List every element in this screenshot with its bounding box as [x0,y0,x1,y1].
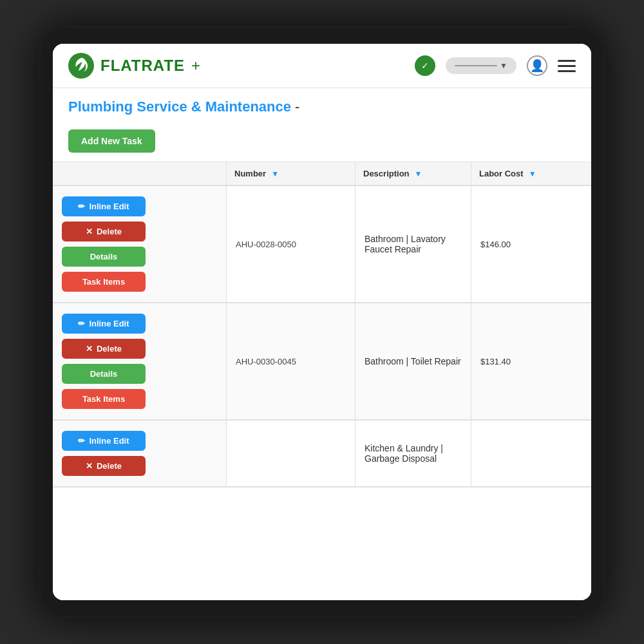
row-2-number: AHU-0030-0045 [227,303,355,419]
table-body: ✏ Inline Edit ✕ Delete Details Task Item… [53,186,591,597]
tablet-frame: FLATRATE + ✓ ▼ 👤 [39,26,605,618]
header-right: ✓ ▼ 👤 [415,55,576,76]
pencil-icon: ✏ [78,202,85,211]
app-plus: + [191,57,200,75]
table-row: ✏ Inline Edit ✕ Delete Details Task Item… [53,186,591,303]
page-title-area: Plumbing Service & Maintenance - [53,88,591,123]
user-avatar-icon[interactable]: 👤 [527,55,547,76]
row-2-labor-cost: $131.40 [471,303,591,419]
delete-button-3[interactable]: ✕ Delete [62,456,146,476]
table-container: Number ▼ Description ▼ Labor Cost ▼ Inve… [53,162,591,600]
details-button-1[interactable]: Details [62,247,146,267]
inline-edit-button-3[interactable]: ✏ Inline Edit [62,431,146,451]
col-header-labor-cost: Labor Cost ▼ [471,162,591,185]
status-badge: ✓ [415,55,435,76]
add-task-button[interactable]: Add New Task [68,129,155,153]
labor-cost-filter-icon[interactable]: ▼ [529,169,536,178]
app-name: FLATRATE [100,57,185,75]
row-3-actions: ✏ Inline Edit ✕ Delete [53,421,227,486]
logo-area: FLATRATE + [68,53,200,79]
page-title: Plumbing Service & Maintenance - [68,99,576,115]
pencil-icon: ✏ [78,436,85,446]
row-2-actions: ✏ Inline Edit ✕ Delete Details Task Item… [53,303,227,419]
table-row: ✏ Inline Edit ✕ Delete Details Task Item… [53,303,591,421]
col-header-description: Description ▼ [355,162,471,185]
x-icon: ✕ [86,461,93,471]
delete-button-1[interactable]: ✕ Delete [62,222,146,242]
col-header-number: Number ▼ [227,162,355,185]
pencil-icon: ✏ [78,319,85,328]
toolbar-area: Add New Task [53,123,591,162]
logo-icon [68,53,94,79]
delete-button-2[interactable]: ✕ Delete [62,339,146,359]
row-1-description: Bathroom | Lavatory Faucet Repair [355,186,471,302]
row-1-labor-cost: $146.00 [471,186,591,302]
user-dropdown[interactable]: ▼ [446,57,516,74]
table-row: ✏ Inline Edit ✕ Delete Kitchen & Laundry… [53,421,591,488]
row-3-labor-cost [471,421,591,486]
number-filter-icon[interactable]: ▼ [271,169,279,178]
description-filter-icon[interactable]: ▼ [415,169,422,178]
task-items-button-1[interactable]: Task Items [62,272,146,292]
row-3-description: Kitchen & Laundry | Garbage Disposal [355,421,471,486]
chevron-down-icon: ▼ [500,61,507,70]
dropdown-line [455,65,497,66]
row-2-description: Bathroom | Toilet Repair [355,303,471,419]
page-title-sep: - [291,99,299,115]
table-header: Number ▼ Description ▼ Labor Cost ▼ Inve… [53,162,591,186]
tablet-screen: FLATRATE + ✓ ▼ 👤 [53,44,591,600]
hamburger-menu-icon[interactable] [558,60,576,72]
x-icon: ✕ [86,344,93,354]
col-header-actions [53,162,227,185]
row-1-number: AHU-0028-0050 [227,186,355,302]
details-button-2[interactable]: Details [62,364,146,384]
page-title-link[interactable]: Plumbing Service & Maintenance [68,99,291,115]
app-header: FLATRATE + ✓ ▼ 👤 [53,44,591,88]
x-icon: ✕ [86,227,93,236]
row-3-number [227,421,355,486]
inline-edit-button-2[interactable]: ✏ Inline Edit [62,314,146,334]
task-items-button-2[interactable]: Task Items [62,389,146,409]
row-1-actions: ✏ Inline Edit ✕ Delete Details Task Item… [53,186,227,302]
inline-edit-button-1[interactable]: ✏ Inline Edit [62,196,146,216]
